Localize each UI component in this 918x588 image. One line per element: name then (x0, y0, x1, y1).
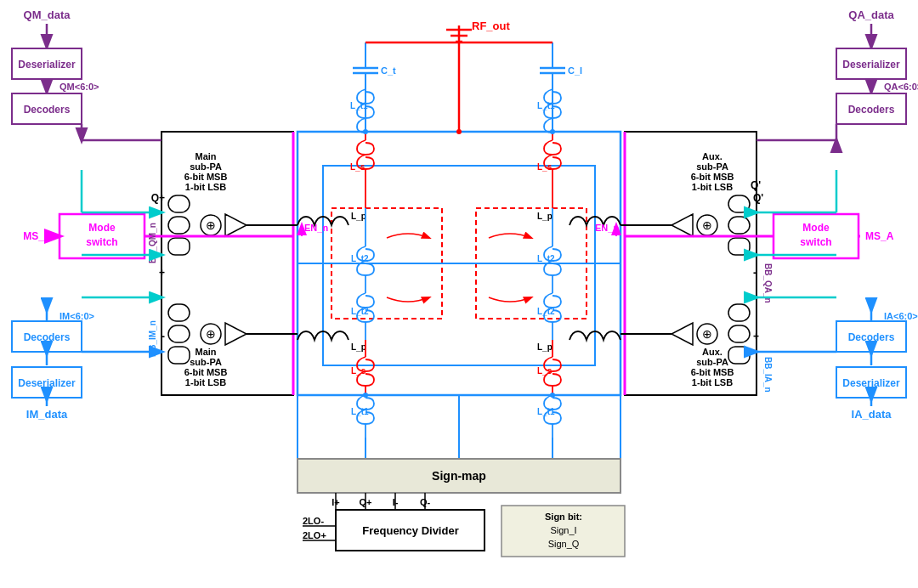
svg-text:Sign_Q: Sign_Q (548, 539, 580, 549)
en-n-left: EN_n (304, 223, 328, 233)
svg-text:6-bit MSB: 6-bit MSB (691, 367, 734, 377)
svg-rect-46 (168, 325, 190, 342)
svg-text:switch: switch (86, 236, 117, 248)
deserializer-tr: Deserializer (842, 59, 900, 71)
lp-left-top: L_p (351, 212, 366, 221)
i-plus-label: I+ (332, 497, 339, 507)
deserializer-tl: Deserializer (18, 59, 76, 71)
circuit-diagram: QM_data Deserializer QM<6:0> Decoders Mo… (0, 0, 918, 588)
svg-point-151 (456, 129, 462, 134)
svg-text:⊕: ⊕ (702, 327, 712, 341)
lt2-left-top: L_t2 (351, 254, 369, 263)
svg-rect-60 (728, 347, 750, 364)
q-minus-label: Q- (420, 497, 431, 507)
mode-switch-left: Mode (88, 222, 116, 234)
diagram-container: QM_data Deserializer QM<6:0> Decoders Mo… (0, 0, 918, 588)
svg-text:⊕: ⊕ (702, 218, 712, 232)
qa-bus-label: QA<6:0> (884, 82, 918, 92)
cl-label: C_l (568, 65, 582, 76)
mode-switch-right: Mode (802, 222, 830, 234)
lo-plus-label: 2LO+ (303, 530, 326, 540)
ms-a-label: MS_A (865, 230, 894, 242)
svg-rect-39 (168, 195, 190, 212)
svg-point-150 (363, 129, 368, 134)
decoders-tl: Decoders (24, 104, 71, 116)
rf-out-label: RF_out (472, 20, 510, 32)
svg-text:+: + (753, 331, 759, 342)
main-sub-pa-tl: Main (195, 151, 216, 161)
svg-text:-: - (753, 267, 756, 279)
svg-text:⊕: ⊕ (206, 327, 216, 341)
aux-sub-pa-tr: Aux. (702, 151, 722, 161)
svg-rect-47 (168, 347, 190, 364)
svg-point-154 (550, 393, 555, 398)
sign-map-box: Sign-map (432, 469, 486, 483)
q-minus-left: + (159, 267, 165, 279)
svg-rect-66 (323, 166, 595, 365)
ia-bus-label: IA<6:0> (884, 311, 918, 321)
decoders-bl: Decoders (24, 331, 71, 343)
qm-data-label: QM_data (24, 8, 71, 21)
svg-text:switch: switch (800, 236, 831, 248)
svg-text:6-bit MSB: 6-bit MSB (184, 367, 228, 377)
svg-rect-53 (728, 238, 750, 255)
svg-text:sub-PA: sub-PA (190, 357, 222, 367)
svg-text:sub-PA: sub-PA (190, 161, 222, 172)
aux-sub-pa-br: Aux. (702, 347, 722, 357)
main-sub-pa-bl: Main (195, 347, 216, 357)
svg-rect-41 (168, 238, 190, 255)
lp-right-bot: L_p (537, 342, 552, 352)
decoders-br: Decoders (848, 331, 895, 343)
ct-label: C_t (381, 65, 396, 76)
svg-text:6-bit MSB: 6-bit MSB (691, 172, 734, 182)
svg-text:sub-PA: sub-PA (696, 357, 728, 367)
svg-rect-45 (168, 304, 190, 321)
q-plus-label: Q+ (360, 497, 372, 507)
svg-text:⊕: ⊕ (206, 218, 216, 232)
svg-rect-59 (728, 325, 750, 342)
qa-data-label: QA_data (848, 8, 894, 21)
svg-text:1-bit LSB: 1-bit LSB (692, 182, 733, 192)
svg-rect-51 (728, 195, 750, 212)
im-bus-label: IM<6:0> (60, 311, 94, 321)
svg-rect-40 (168, 217, 190, 234)
lp-right-top: L_p (537, 212, 552, 221)
ms-m-label: MS_M (23, 230, 53, 242)
svg-text:Sign_I: Sign_I (550, 525, 576, 535)
svg-text:sub-PA: sub-PA (696, 161, 728, 172)
svg-rect-52 (728, 217, 750, 234)
i-minus-label: I- (393, 497, 399, 507)
svg-point-152 (550, 129, 555, 134)
svg-point-153 (363, 393, 368, 398)
decoders-tr: Decoders (848, 104, 895, 116)
svg-text:6-bit MSB: 6-bit MSB (184, 172, 228, 182)
freq-divider-box: Frequency Divider (362, 524, 458, 537)
svg-text:1-bit LSB: 1-bit LSB (692, 377, 733, 387)
deserializer-br: Deserializer (842, 377, 900, 389)
svg-text:1-bit LSB: 1-bit LSB (185, 182, 226, 192)
lo-minus-label: 2LO- (303, 516, 324, 526)
minus-left: - (162, 331, 165, 342)
q-plus-left: Q+ (151, 192, 165, 204)
bb-ia-label: BB_IA_n (763, 357, 773, 393)
svg-text:1-bit LSB: 1-bit LSB (185, 377, 226, 387)
qm-bus-label: QM<6:0> (60, 82, 99, 92)
svg-text:Q': Q' (751, 179, 761, 191)
im-data-label: IM_data (26, 408, 68, 421)
lp-left-bot: L_p (351, 342, 366, 352)
svg-rect-58 (728, 304, 750, 321)
sign-bit-label: Sign bit: (545, 512, 582, 522)
deserializer-bl: Deserializer (18, 377, 76, 389)
q-prime-right: Q' (753, 192, 763, 204)
bb-qm-label: BB_QM_n (148, 223, 157, 263)
ia-data-label: IA_data (852, 408, 892, 421)
